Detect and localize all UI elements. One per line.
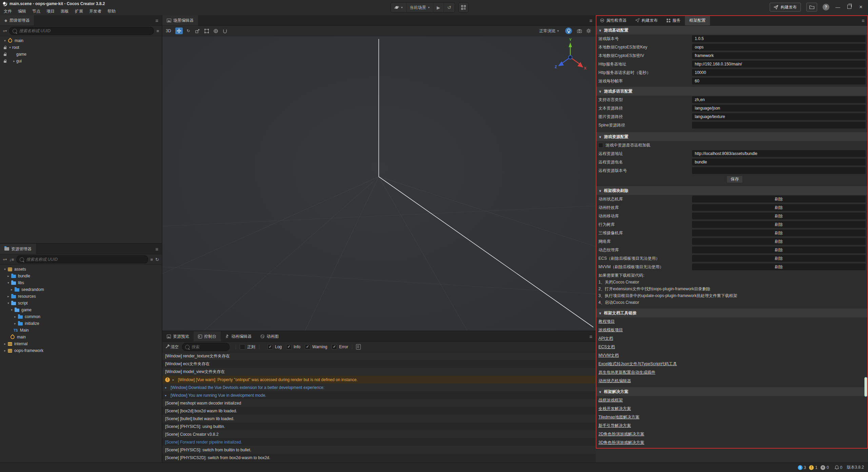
expand-arrow-icon[interactable] [3,268,7,271]
lock-icon[interactable] [3,52,7,57]
expand-arrow-icon[interactable]: ▸ [173,378,178,381]
log-row[interactable]: ! ▸ [Scene] [PHYSICS]: switch from built… [162,446,596,454]
minimize-button[interactable]: — [835,4,841,10]
expand-arrow-icon[interactable] [9,288,14,291]
doc-link[interactable]: ECS文档 [598,345,615,349]
doc-link[interactable]: Excel格式转Json文件与TypeScript代码工具 [598,361,677,366]
lock-icon[interactable] [3,45,7,50]
menu-item[interactable]: 编辑 [15,8,29,14]
log-filter-checkbox[interactable]: ✓ Log [268,344,282,350]
menu-item[interactable]: 扩展 [72,8,86,14]
expand-arrow-icon[interactable] [3,342,7,346]
preview-device-select[interactable]: ▾ [391,3,407,12]
field-input[interactable]: framework [692,52,866,59]
scale-tool-icon[interactable] [194,27,201,34]
field-input[interactable] [692,167,866,174]
solution-link[interactable]: 战棋游戏框架 [598,398,623,402]
rect-tool-icon[interactable] [203,27,210,34]
asset-node-row[interactable]: Main [0,327,162,334]
gear-icon[interactable] [585,27,592,34]
panel-menu-icon[interactable]: ≡ [862,18,865,23]
asset-node-row[interactable]: libs [0,279,162,286]
expand-arrow-icon[interactable] [3,349,7,352]
menu-item[interactable]: 开发者 [86,8,104,14]
open-project-folder-button[interactable] [806,3,817,12]
log-row[interactable]: ! ▸ [Scene] [PHYSICS]: using builtin. [162,422,596,430]
expand-arrow-icon[interactable] [3,39,7,42]
tab-services[interactable]: 服务 [662,15,685,25]
refresh-icon[interactable]: ↻ [155,257,159,262]
remove-module-button[interactable]: 剔除 [692,247,866,253]
remote-load-checkbox[interactable] [598,143,603,148]
preview-qr-button[interactable] [458,2,469,13]
build-publish-button[interactable]: 构建发布 [770,3,801,12]
hierarchy-node-row[interactable]: game [0,51,162,58]
play-button[interactable]: ▶ [433,3,444,12]
expand-arrow-icon[interactable] [6,274,11,278]
doc-link[interactable]: 原生包热更新配置自动生成插件 [598,370,655,375]
tab-build-publish[interactable]: 构建发布 [631,15,662,25]
expand-arrow-icon[interactable] [6,295,11,298]
expand-arrow-icon[interactable] [12,59,16,63]
menu-item[interactable]: 节点 [29,8,43,14]
status-notification-counter[interactable]: 0 [835,465,843,470]
section-i18n-config[interactable]: ∨游戏多语言配置 [596,87,868,96]
sort-assets-icon[interactable]: ↓≡ [9,257,14,262]
expand-arrow-icon[interactable] [13,322,17,325]
solution-link[interactable]: 全栈开发解决方案 [598,406,631,411]
log-filter-checkbox[interactable]: ✓ Info [286,344,300,350]
create-node-button[interactable]: +▾ [3,28,7,34]
field-input[interactable] [692,122,866,129]
hierarchy-node-row[interactable]: gui [0,58,162,64]
field-input[interactable]: language/texture [692,113,866,120]
log-row[interactable]: ! ▸ [Window] Download the Vue Devtools e… [162,383,596,391]
remove-module-button[interactable]: 剔除 [692,213,866,219]
snap-tool-icon[interactable] [221,27,229,34]
expand-arrow-icon[interactable]: ▸ [165,386,171,389]
console-search-input[interactable]: 搜索 [182,343,230,351]
field-input[interactable]: http://localhost:8083/assets/bundle [692,150,866,157]
help-button[interactable]: ? [823,4,829,11]
asset-node-row[interactable]: oops-framework [0,347,162,354]
field-input[interactable]: http://192.168.0.150/main/ [692,61,866,67]
solution-link[interactable]: 3D角色扮演游戏解决方案 [598,440,644,445]
scene-viewport[interactable]: Y X Z [162,36,596,331]
asset-node-row[interactable]: game [0,307,162,313]
solution-link[interactable]: 2D角色扮演游戏解决方案 [598,432,644,436]
status-info-counter[interactable]: i 3 [798,465,806,470]
doc-link[interactable]: MVVM文档 [598,353,619,358]
save-button[interactable]: 保存 [727,176,743,183]
field-input[interactable]: zh,en [692,96,866,103]
assets-search-input[interactable]: 搜索名称或 UUID [16,255,148,263]
hierarchy-search-input[interactable]: 搜索名称或 UUID [9,27,154,35]
log-row[interactable]: ! ▸ [Window] model_view文件夹存在 [162,368,596,376]
tab-animation-graph[interactable]: 动画图 [256,331,283,341]
lighting-toggle[interactable] [565,27,572,34]
panel-menu-icon[interactable]: ≡ [589,18,592,23]
remove-module-button[interactable]: 剔除 [692,221,866,228]
remove-module-button[interactable]: 剔除 [692,238,866,245]
asset-node-row[interactable]: assets [0,266,162,273]
filter-icon[interactable]: ≡ [151,257,153,262]
doc-link[interactable]: 动画状态机编辑器 [598,378,631,383]
log-filter-checkbox[interactable]: ✓ Warning [305,344,327,350]
expand-arrow-icon[interactable] [6,301,11,305]
gizmo-space-icon[interactable] [212,27,219,34]
restart-button[interactable]: ↺ [444,3,455,12]
tab-inspector[interactable]: 属性检查器 [596,15,631,25]
clear-console-button[interactable]: 清空 [165,344,179,350]
section-basic-config[interactable]: ∨游戏基础配置 [596,26,868,35]
status-error-counter[interactable]: × 0 [821,465,829,470]
section-resource-config[interactable]: ∨游戏资源配置 [596,132,868,141]
doc-link[interactable]: API文档 [598,336,613,341]
expand-arrow-icon[interactable] [13,315,17,318]
solution-link[interactable]: 新手引导解决方案 [598,423,631,428]
maximize-button[interactable] [846,4,852,10]
field-input[interactable]: oops [692,44,866,51]
remove-module-button[interactable]: 剔除 [692,204,866,211]
expand-arrow-icon[interactable] [8,46,12,49]
asset-node-row[interactable]: initialize [0,320,162,327]
tab-console[interactable]: 控制台 [194,331,221,341]
remove-module-button[interactable]: 剔除 [692,230,866,236]
log-filter-checkbox[interactable]: ✓ Error [332,344,348,350]
